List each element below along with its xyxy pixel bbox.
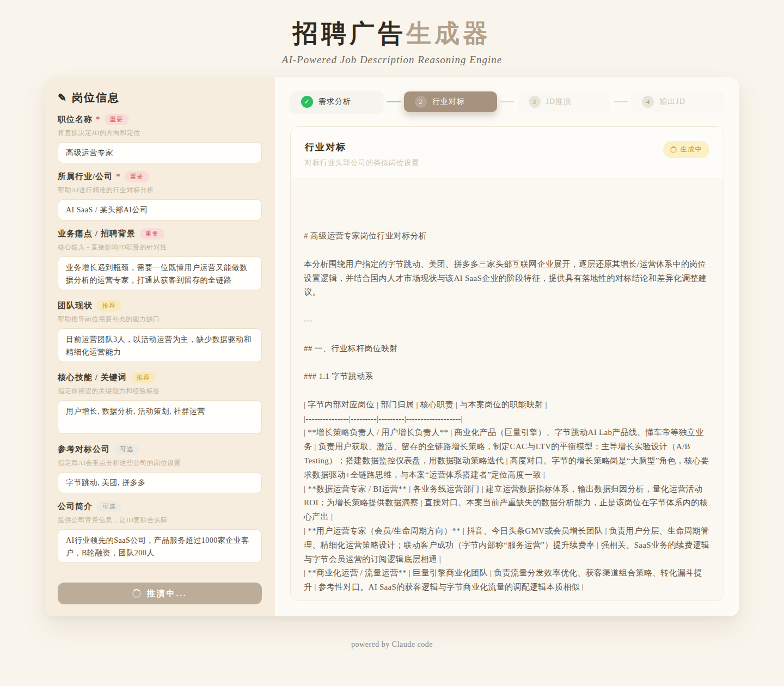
field-label: 团队现状: [58, 301, 93, 311]
importance-badge: 重要: [105, 114, 129, 125]
field-hint: 提供公司背景信息，让JD更贴合实际: [58, 516, 262, 525]
step-requirement-analysis[interactable]: ✓ 需求分析: [290, 91, 383, 112]
step-label: 需求分析: [318, 97, 351, 107]
app-title-accent: 生成器: [406, 20, 491, 47]
job-title-input[interactable]: [58, 142, 262, 163]
step-number: 2: [415, 96, 427, 108]
generate-button[interactable]: 推演中...: [58, 583, 262, 604]
benchmark-companies-input[interactable]: [58, 472, 262, 493]
step-number: 3: [529, 96, 541, 108]
main-card: ✎岗位信息 职位名称 * 重要 将直接决定JD的方向和定位 所属行业/公司 * …: [45, 77, 739, 616]
footer-credit: powered by Claude code: [0, 640, 784, 649]
app-subtitle: AI-Powered Job Description Reasoning Eng…: [0, 54, 784, 66]
generating-status-label: 生成中: [681, 145, 703, 154]
field-hint: 帮助AI进行精准的行业对标分析: [58, 186, 262, 195]
step-progress-bar: ✓ 需求分析 2 行业对标 3 JD推演 4 输出JD: [290, 91, 724, 112]
field-business-painpoint: 业务痛点 / 招聘背景 重要 核心输入 - 直接影响JD职责的针对性 业务增长遇…: [58, 228, 262, 292]
markdown-stream-output[interactable]: # 高级运营专家岗位行业对标分析 本分析围绕用户指定的字节跳动、美团、拼多多三家…: [291, 179, 724, 601]
field-industry-company: 所属行业/公司 * 重要 帮助AI进行精准的行业对标分析: [58, 171, 262, 220]
field-benchmark-companies: 参考对标公司 可选 指定后AI会重点分析这些公司的岗位设置: [58, 444, 262, 493]
generating-status-badge: 生成中: [663, 141, 710, 158]
industry-company-input[interactable]: [58, 199, 262, 220]
core-skills-textarea[interactable]: 用户增长, 数据分析, 活动策划, 社群运营: [58, 400, 262, 434]
step-label: JD推演: [546, 97, 572, 107]
step-connector: [387, 101, 401, 102]
field-team-status: 团队现状 推荐 帮助推导岗位需要补充的能力缺口 目前运营团队3人，以活动运营为主…: [58, 300, 262, 364]
required-marker: *: [116, 172, 120, 181]
field-label: 业务痛点 / 招聘背景: [58, 229, 136, 239]
company-intro-textarea[interactable]: AI行业领先的SaaS公司，产品服务超过1000家企业客户，B轮融资，团队200…: [58, 529, 262, 563]
field-hint: 将直接决定JD的方向和定位: [58, 128, 262, 138]
step-output-jd[interactable]: 4 输出JD: [631, 91, 724, 112]
field-label: 所属行业/公司: [58, 171, 113, 182]
workflow-area: ✓ 需求分析 2 行业对标 3 JD推演 4 输出JD 行业对标: [275, 77, 739, 616]
result-panel-header: 行业对标 对标行业头部公司的类似岗位设置 生成中: [291, 127, 724, 179]
optional-badge: 可选: [97, 501, 121, 512]
step-label: 行业对标: [432, 97, 465, 107]
step-connector: [500, 101, 514, 102]
field-label: 参考对标公司: [58, 444, 110, 455]
panel-title: 行业对标: [305, 141, 419, 154]
field-hint: 指定后AI会重点分析这些公司的岗位设置: [58, 458, 262, 468]
optional-badge: 可选: [114, 444, 139, 455]
app-header: 招聘广告生成器 AI-Powered Job Description Reaso…: [0, 0, 784, 66]
field-job-title: 职位名称 * 重要 将直接决定JD的方向和定位: [58, 114, 262, 163]
team-status-textarea[interactable]: 目前运营团队3人，以活动运营为主，缺少数据驱动和精细化运营能力: [58, 328, 262, 362]
field-hint: 指定你期望的关键能力和经验标签: [58, 387, 262, 396]
recommended-badge: 推荐: [131, 372, 156, 383]
sidebar-title-label: 岗位信息: [72, 91, 120, 103]
generating-spinner-icon: [670, 146, 677, 153]
generate-button-label: 推演中...: [146, 589, 187, 599]
loading-spinner-icon: [132, 589, 141, 598]
importance-badge: 重要: [140, 228, 164, 240]
field-hint: 帮助推导岗位需要补充的能力缺口: [58, 315, 262, 324]
required-marker: *: [96, 115, 100, 124]
result-panel: 行业对标 对标行业头部公司的类似岗位设置 生成中 # 高级运营专家岗位行业对标分…: [290, 126, 724, 601]
field-core-skills: 核心技能 / 关键词 推荐 指定你期望的关键能力和经验标签 用户增长, 数据分析…: [58, 372, 262, 436]
sidebar-title: ✎岗位信息: [58, 90, 262, 105]
panel-subtitle: 对标行业头部公司的类似岗位设置: [305, 158, 419, 168]
step-number: 4: [642, 96, 654, 108]
recommended-badge: 推荐: [97, 300, 121, 311]
step-label: 输出JD: [659, 97, 685, 107]
step-connector: [614, 101, 628, 102]
importance-badge: 重要: [125, 171, 149, 182]
check-icon: ✓: [301, 96, 313, 108]
app-title: 招聘广告生成器: [0, 19, 784, 48]
field-hint: 核心输入 - 直接影响JD职责的针对性: [58, 243, 262, 252]
field-label: 公司简介: [58, 501, 93, 512]
step-industry-benchmark[interactable]: 2 行业对标: [404, 91, 497, 112]
field-company-intro: 公司简介 可选 提供公司背景信息，让JD更贴合实际 AI行业领先的SaaS公司，…: [58, 501, 262, 565]
step-jd-reasoning[interactable]: 3 JD推演: [518, 91, 611, 112]
business-painpoint-textarea[interactable]: 业务增长遇到瓶颈，需要一位既懂用户运营又能做数据分析的运营专家，打通从获客到留存…: [58, 256, 262, 290]
job-info-form: ✎岗位信息 职位名称 * 重要 将直接决定JD的方向和定位 所属行业/公司 * …: [45, 77, 275, 616]
field-label: 核心技能 / 关键词: [58, 372, 127, 383]
field-label: 职位名称: [58, 114, 93, 125]
app-title-primary: 招聘广告: [293, 20, 406, 47]
pencil-icon: ✎: [58, 92, 68, 103]
